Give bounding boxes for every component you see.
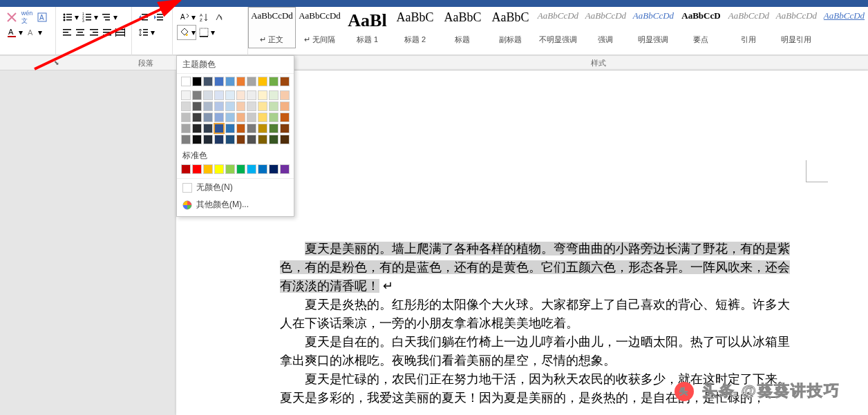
multilevel-dropdown[interactable]: ▾ — [113, 10, 118, 25]
color-swatch[interactable] — [203, 124, 213, 133]
color-swatch[interactable] — [214, 124, 224, 133]
borders-dropdown[interactable]: ▾ — [210, 25, 216, 40]
color-swatch[interactable] — [247, 124, 256, 133]
color-swatch[interactable] — [236, 124, 246, 133]
color-swatch[interactable] — [192, 77, 202, 86]
color-swatch[interactable] — [247, 90, 256, 100]
color-swatch[interactable] — [214, 113, 224, 122]
color-swatch[interactable] — [181, 77, 191, 86]
color-swatch[interactable] — [258, 90, 267, 100]
style-item[interactable]: AaBbC副标题 — [487, 7, 534, 48]
paragraph-1[interactable]: 夏天是美丽的。墙上爬满了各种各样的植物。弯弯曲曲的小路旁边长满了野花，有的是紫色… — [280, 240, 799, 296]
color-swatch[interactable] — [192, 90, 202, 100]
numbering-button[interactable]: 123 — [79, 10, 95, 25]
color-swatch[interactable] — [192, 135, 202, 144]
style-item[interactable]: AaBbCcDd↵ 无间隔 — [296, 7, 343, 48]
color-swatch[interactable] — [236, 113, 246, 122]
color-swatch[interactable] — [225, 124, 235, 133]
color-swatch[interactable] — [280, 135, 290, 144]
multilevel-list-button[interactable] — [99, 10, 114, 25]
color-swatch[interactable] — [214, 135, 224, 144]
color-swatch[interactable] — [247, 77, 256, 86]
color-swatch[interactable] — [225, 102, 235, 111]
style-item[interactable]: AaBbCcDd↵ 正文 — [248, 7, 296, 48]
document-body[interactable]: 夏天是美丽的。墙上爬满了各种各样的植物。弯弯曲曲的小路旁边长满了野花，有的是紫色… — [280, 98, 840, 407]
color-swatch[interactable] — [247, 113, 256, 122]
text-effects-button[interactable]: A — [23, 25, 39, 40]
color-swatch[interactable] — [269, 90, 279, 100]
color-swatch[interactable] — [203, 77, 213, 86]
color-swatch[interactable] — [236, 135, 246, 144]
style-item[interactable]: AaBbCcDd引用 — [725, 7, 773, 48]
color-swatch[interactable] — [258, 102, 267, 111]
color-swatch[interactable] — [269, 124, 279, 133]
shading-dropdown[interactable]: ▾ — [191, 25, 196, 40]
color-swatch[interactable] — [269, 164, 279, 174]
color-swatch[interactable] — [203, 164, 213, 174]
color-swatch[interactable] — [280, 77, 290, 86]
color-swatch[interactable] — [181, 135, 191, 144]
color-swatch[interactable] — [258, 164, 267, 174]
color-swatch[interactable] — [214, 77, 224, 86]
color-swatch[interactable] — [181, 90, 191, 100]
color-swatch[interactable] — [269, 77, 279, 86]
font-color-dropdown[interactable]: ▾ — [18, 25, 23, 40]
bullets-button[interactable] — [60, 10, 75, 25]
color-swatch[interactable] — [269, 135, 279, 144]
line-spacing-dropdown[interactable]: ▾ — [150, 25, 155, 40]
style-item[interactable]: AaBbCcD要点 — [677, 7, 725, 48]
line-spacing-button[interactable] — [136, 25, 151, 40]
color-swatch[interactable] — [225, 164, 235, 174]
color-swatch[interactable] — [247, 102, 256, 111]
phonetic-guide-button[interactable]: wén文 — [19, 10, 35, 25]
color-swatch[interactable] — [236, 77, 246, 86]
font-color-button[interactable]: A — [4, 25, 19, 40]
color-swatch[interactable] — [258, 113, 267, 122]
color-swatch[interactable] — [247, 164, 256, 174]
color-swatch[interactable] — [192, 164, 202, 174]
color-swatch[interactable] — [247, 135, 256, 144]
align-center-button[interactable] — [73, 25, 86, 40]
align-left-button[interactable] — [60, 25, 73, 40]
style-item[interactable]: AaBbCcDd明显引用 — [773, 7, 820, 48]
color-swatch[interactable] — [258, 77, 267, 86]
character-border-button[interactable]: A — [35, 10, 50, 25]
color-swatch[interactable] — [225, 90, 235, 100]
color-swatch[interactable] — [214, 102, 224, 111]
color-swatch[interactable] — [203, 102, 213, 111]
color-swatch[interactable] — [280, 102, 290, 111]
style-item[interactable]: AaBbCcDd — [820, 7, 868, 48]
numbering-dropdown[interactable]: ▾ — [93, 10, 99, 25]
color-swatch[interactable] — [181, 164, 191, 174]
dialog-launcher-icon[interactable]: ⬊ — [54, 59, 59, 66]
paragraph-2[interactable]: 夏天是炎热的。红彤彤的太阳像个大火球。大家都穿上了自己喜欢的背心、短裤。许多大人… — [280, 296, 799, 333]
highlighted-text[interactable]: 夏天是美丽的。墙上爬满了各种各样的植物。弯弯曲曲的小路旁边长满了野花，有的是紫色… — [280, 242, 790, 293]
style-item[interactable]: AaBbC标题 — [439, 7, 487, 48]
no-color-option[interactable]: 无颜色(N) — [177, 179, 294, 196]
color-swatch[interactable] — [192, 113, 202, 122]
color-swatch[interactable] — [214, 90, 224, 100]
color-swatch[interactable] — [214, 164, 224, 174]
justify-button[interactable] — [100, 25, 113, 40]
text-effects-dropdown[interactable]: ▾ — [37, 25, 43, 40]
color-swatch[interactable] — [236, 102, 246, 111]
style-item[interactable]: AaBbCcDd明显强调 — [630, 7, 677, 48]
text-direction-button[interactable]: A — [177, 10, 192, 25]
shading-button[interactable] — [177, 25, 192, 40]
style-item[interactable]: AaBl标题 1 — [343, 7, 391, 48]
distributed-button[interactable] — [114, 25, 127, 40]
color-swatch[interactable] — [280, 90, 290, 100]
clear-formatting-button[interactable] — [4, 10, 19, 25]
color-swatch[interactable] — [192, 102, 202, 111]
color-swatch[interactable] — [258, 135, 267, 144]
color-swatch[interactable] — [236, 164, 246, 174]
color-swatch[interactable] — [236, 90, 246, 100]
color-swatch[interactable] — [225, 135, 235, 144]
color-swatch[interactable] — [181, 113, 191, 122]
text-direction-dropdown[interactable]: ▾ — [191, 10, 196, 25]
sort-button[interactable]: AZ — [196, 10, 211, 25]
show-marks-button[interactable] — [211, 10, 227, 25]
style-item[interactable]: AaBbC标题 2 — [391, 7, 439, 48]
bullets-dropdown[interactable]: ▾ — [74, 10, 79, 25]
paragraph-3[interactable]: 夏天是自在的。白天我们躺在竹椅上一边儿哼着小曲儿，一边晒太阳。热了可以从冰箱里拿… — [280, 333, 799, 370]
